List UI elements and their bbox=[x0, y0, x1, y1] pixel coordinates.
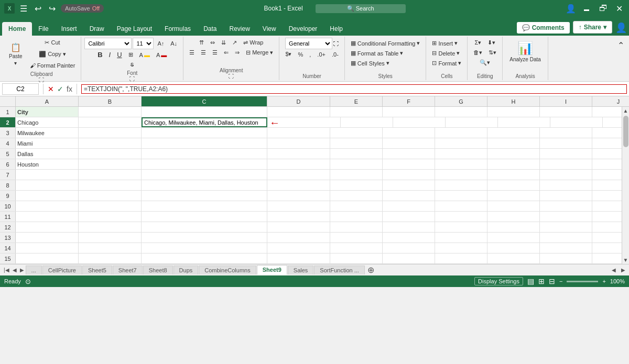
scroll-thumb[interactable] bbox=[623, 116, 628, 147]
tab-formulas[interactable]: Formulas bbox=[158, 22, 197, 36]
col-header-B[interactable]: B bbox=[79, 96, 142, 106]
cell[interactable] bbox=[435, 243, 487, 253]
cell[interactable] bbox=[435, 201, 487, 211]
align-bottom-button[interactable]: ⇊ bbox=[219, 38, 229, 48]
cell[interactable] bbox=[540, 222, 592, 232]
cell-F1[interactable] bbox=[383, 107, 435, 117]
cell-A5[interactable]: Dallas bbox=[16, 149, 79, 159]
format-as-table-button[interactable]: ▦ Format as Table ▾ bbox=[348, 49, 423, 58]
cell[interactable] bbox=[79, 222, 142, 232]
cell[interactable] bbox=[435, 212, 487, 222]
merge-button[interactable]: ⊟ Merge ▾ bbox=[243, 48, 276, 58]
cell[interactable] bbox=[267, 222, 330, 232]
cell-A1[interactable]: City bbox=[16, 107, 79, 117]
cell[interactable] bbox=[267, 253, 330, 263]
sheet-tab-sheet7[interactable]: Sheet7 bbox=[113, 266, 143, 274]
cell[interactable] bbox=[142, 243, 267, 253]
tab-file[interactable]: File bbox=[32, 22, 55, 36]
cell-G2[interactable] bbox=[446, 117, 498, 127]
formula-confirm-icon[interactable]: ✓ bbox=[57, 85, 63, 93]
sheet-nav-prev[interactable]: ◀ bbox=[11, 267, 18, 273]
file-menu-icon[interactable]: ☰ bbox=[18, 3, 29, 15]
sheet-tab-cellpicture[interactable]: CellPicture bbox=[42, 266, 82, 274]
sheet-nav-next[interactable]: ▶ bbox=[18, 267, 26, 273]
col-header-C[interactable]: C bbox=[142, 96, 267, 106]
page-layout-icon[interactable]: ⊞ bbox=[538, 277, 545, 285]
cell-ref-input[interactable] bbox=[2, 83, 39, 95]
cell[interactable] bbox=[79, 253, 142, 263]
cell[interactable] bbox=[540, 191, 592, 201]
cell-E6[interactable] bbox=[330, 159, 383, 169]
cell[interactable] bbox=[267, 243, 330, 253]
tab-scroll-right[interactable]: ▶ bbox=[620, 267, 627, 273]
cell-B5[interactable] bbox=[79, 149, 142, 159]
cell[interactable] bbox=[142, 191, 267, 201]
underline-button[interactable]: U bbox=[114, 49, 124, 60]
user-icon[interactable]: 👤 bbox=[566, 4, 576, 14]
cell[interactable] bbox=[330, 170, 383, 180]
cell[interactable] bbox=[383, 243, 435, 253]
cell-E2[interactable] bbox=[341, 117, 393, 127]
tab-review[interactable]: Review bbox=[223, 22, 256, 36]
cell[interactable] bbox=[16, 180, 79, 190]
clipboard-expand-icon[interactable]: ⛶ bbox=[39, 77, 44, 83]
cell[interactable] bbox=[330, 191, 383, 201]
cell-D5[interactable] bbox=[267, 149, 330, 159]
font-name-select[interactable]: Calibri bbox=[84, 38, 132, 49]
cell-E1[interactable] bbox=[330, 107, 383, 117]
copy-button[interactable]: ⬛ Copy ▾ bbox=[27, 49, 78, 59]
cell-J6[interactable] bbox=[592, 159, 622, 169]
cell-B6[interactable] bbox=[79, 159, 142, 169]
cell-J4[interactable] bbox=[592, 138, 622, 148]
sheet-nav-first[interactable]: |◀ bbox=[2, 267, 11, 273]
decrease-decimal-button[interactable]: .0- bbox=[329, 50, 341, 59]
cell-J1[interactable] bbox=[592, 107, 622, 117]
cell[interactable] bbox=[487, 233, 540, 242]
cut-button[interactable]: ✂ Cut bbox=[27, 38, 78, 48]
tab-insert[interactable]: Insert bbox=[55, 22, 83, 36]
cell-F5[interactable] bbox=[383, 149, 435, 159]
tab-developer[interactable]: Developer bbox=[283, 22, 324, 36]
cell[interactable] bbox=[540, 201, 592, 211]
sheet-tab-sortfunction[interactable]: SortFunction ... bbox=[314, 266, 365, 274]
cell-E4[interactable] bbox=[330, 138, 383, 148]
cell-G5[interactable] bbox=[435, 149, 487, 159]
find-select-button[interactable]: 🔍▾ bbox=[477, 58, 493, 68]
cell[interactable] bbox=[487, 222, 540, 232]
close-button[interactable]: ✕ bbox=[614, 3, 625, 15]
cell-D1[interactable] bbox=[267, 107, 330, 117]
cell[interactable] bbox=[142, 212, 267, 222]
cell-E3[interactable] bbox=[330, 128, 383, 138]
col-header-A[interactable]: A bbox=[16, 96, 79, 106]
strikethrough-button[interactable]: S̶ bbox=[128, 60, 136, 69]
conditional-formatting-button[interactable]: ▦ Conditional Formatting ▾ bbox=[348, 39, 423, 48]
align-middle-button[interactable]: ⇔ bbox=[208, 38, 218, 48]
col-header-G[interactable]: G bbox=[435, 96, 487, 106]
share-button[interactable]: ↑ Share ▾ bbox=[573, 21, 612, 34]
zoom-out-icon[interactable]: − bbox=[559, 278, 562, 284]
cell-H2[interactable] bbox=[498, 117, 550, 127]
cell-G6[interactable] bbox=[435, 159, 487, 169]
sheet-tab-dups[interactable]: Dups bbox=[173, 266, 199, 274]
cell[interactable] bbox=[330, 201, 383, 211]
cell-G4[interactable] bbox=[435, 138, 487, 148]
autosave-toggle[interactable]: AutoSave Off bbox=[61, 4, 104, 13]
cell[interactable] bbox=[267, 191, 330, 201]
cell[interactable] bbox=[383, 201, 435, 211]
cell[interactable] bbox=[267, 180, 330, 190]
increase-decimal-button[interactable]: .0+ bbox=[314, 50, 328, 59]
cell[interactable] bbox=[79, 212, 142, 222]
cell-A3[interactable]: Milwaukee bbox=[16, 128, 79, 138]
cell[interactable] bbox=[487, 212, 540, 222]
formula-input[interactable] bbox=[81, 84, 627, 94]
cell[interactable] bbox=[435, 170, 487, 180]
col-header-J[interactable]: J bbox=[592, 96, 629, 106]
scroll-up-button[interactable]: ▲ bbox=[622, 107, 629, 115]
sheet-tab-sheet8[interactable]: Sheet8 bbox=[143, 266, 173, 274]
cell-I4[interactable] bbox=[540, 138, 592, 148]
cell-styles-button[interactable]: ▦ Cell Styles ▾ bbox=[348, 59, 423, 68]
cell[interactable] bbox=[435, 180, 487, 190]
alignment-expand-icon[interactable]: ⛶ bbox=[229, 73, 234, 79]
cell[interactable] bbox=[267, 233, 330, 242]
align-right-button[interactable]: ☰ bbox=[210, 48, 220, 58]
